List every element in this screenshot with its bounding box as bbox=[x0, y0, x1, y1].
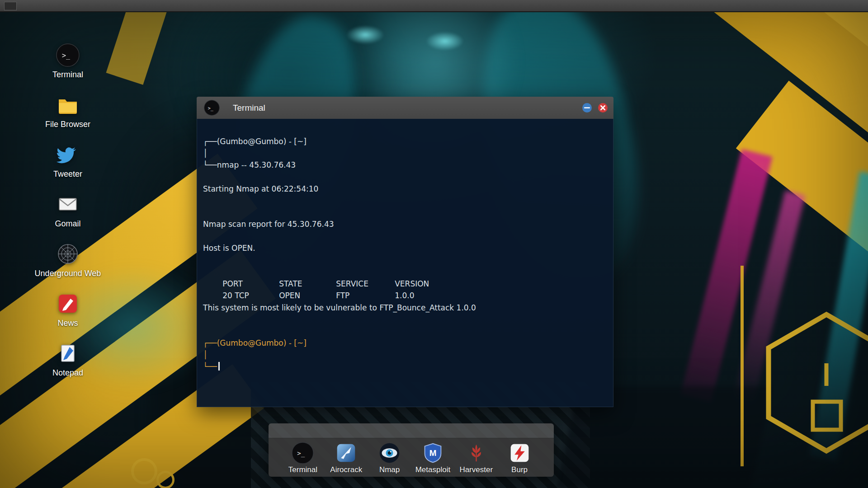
wallpaper-eye-right bbox=[426, 32, 464, 51]
terminal-line: ┌──(Gumbo@Gumbo) - [~] bbox=[203, 136, 604, 147]
terminal-glyph: >_ bbox=[62, 52, 71, 60]
terminal-icon: >_ bbox=[292, 442, 314, 464]
terminal-prompt-line: └── bbox=[203, 361, 604, 372]
table-header-state: STATE bbox=[279, 278, 336, 290]
table-cell-version: 1.0.0 bbox=[395, 290, 414, 301]
port-table-header: PORTSTATESERVICEVERSION bbox=[203, 266, 604, 278]
wallpaper-yellow-line bbox=[741, 266, 744, 466]
news-icon bbox=[56, 292, 80, 315]
close-icon bbox=[598, 103, 608, 113]
notepad-icon bbox=[56, 342, 80, 365]
desktop-icon-label: News bbox=[57, 318, 78, 328]
terminal-window: >_ Terminal ┌──(Gumbo@Gumbo) - [~] │ └──… bbox=[197, 97, 613, 407]
minimize-icon bbox=[582, 103, 592, 113]
table-header-port: PORT bbox=[222, 278, 279, 290]
top-bar bbox=[0, 0, 868, 12]
wallpaper-yellow-ring bbox=[131, 458, 157, 484]
desktop-icon-underground-web[interactable]: Underground Web bbox=[34, 242, 102, 278]
dock-icon-row: >_ Terminal bbox=[269, 438, 554, 477]
desktop-icon-label: Notepad bbox=[52, 368, 83, 378]
terminal-glyph: >_ bbox=[208, 106, 214, 111]
terminal-line: Nmap scan report for 45.30.76.43 bbox=[203, 218, 604, 230]
dock-item-label: Nmap bbox=[379, 465, 400, 474]
terminal-line: This system is most likely to be vulnera… bbox=[203, 302, 604, 314]
dock-item-label: Harvester bbox=[459, 465, 493, 474]
desktop-icon-tweeter[interactable]: Tweeter bbox=[34, 143, 102, 179]
eye-icon bbox=[378, 442, 401, 464]
dock-item-airocrack[interactable]: Airocrack bbox=[325, 442, 368, 477]
terminal-line: Starting Nmap at 06:22:54:10 bbox=[203, 183, 604, 195]
dock-item-harvester[interactable]: Harvester bbox=[454, 442, 498, 477]
window-title: Terminal bbox=[233, 97, 265, 119]
wallpaper-yellow-shape bbox=[106, 0, 175, 85]
minimize-button[interactable] bbox=[582, 103, 592, 113]
wallpaper-yellow-ring bbox=[156, 471, 175, 488]
table-header-version: VERSION bbox=[395, 278, 429, 290]
desktop-icon-label: Tweeter bbox=[53, 169, 82, 179]
terminal-icon: >_ bbox=[204, 100, 220, 116]
text-cursor bbox=[218, 362, 220, 371]
dock-item-nmap[interactable]: Nmap bbox=[368, 442, 411, 477]
desktop-icon-label: Terminal bbox=[52, 70, 83, 80]
dock-item-metasploit[interactable]: M Metasploit bbox=[411, 442, 454, 477]
topbar-menu-button[interactable] bbox=[4, 2, 17, 10]
close-button[interactable] bbox=[598, 103, 608, 113]
terminal-glyph: >_ bbox=[297, 450, 306, 457]
desktop-icon-label: Underground Web bbox=[35, 268, 101, 278]
terminal-line: Host is OPEN. bbox=[203, 242, 604, 254]
terminal-line: ┌──(Gumbo@Gumbo) - [~] bbox=[203, 337, 604, 349]
metasploit-shield-icon: M bbox=[422, 442, 444, 464]
lightning-icon bbox=[509, 442, 531, 464]
metasploit-letter: M bbox=[429, 448, 437, 458]
dock-item-label: Burp bbox=[511, 465, 528, 474]
wallpaper-eye-left bbox=[346, 25, 384, 44]
web-globe-icon bbox=[56, 242, 80, 266]
table-cell-port: 20 TCP bbox=[222, 290, 279, 301]
terminal-line: │ bbox=[203, 147, 604, 159]
dock-handle-strip[interactable] bbox=[269, 423, 554, 438]
desktop-icon-label: File Browser bbox=[45, 119, 90, 129]
terminal-output[interactable]: ┌──(Gumbo@Gumbo) - [~] │ └──nmap -- 45.3… bbox=[197, 119, 613, 407]
dock: >_ Terminal bbox=[269, 423, 554, 477]
desktop-icon-label: Gomail bbox=[55, 219, 80, 229]
terminal-line: │ bbox=[203, 349, 604, 361]
desktop-icon-file-browser[interactable]: File Browser bbox=[34, 93, 102, 129]
desktop-icon-column: >_ Terminal File Browser Tweeter bbox=[34, 43, 102, 391]
prompt-text: └── bbox=[203, 362, 217, 371]
table-cell-service: FTP bbox=[336, 290, 395, 301]
folder-icon bbox=[56, 93, 80, 117]
bird-icon bbox=[56, 143, 80, 166]
terminal-icon: >_ bbox=[56, 43, 80, 67]
wallpaper-hexagon bbox=[750, 309, 868, 458]
dock-item-terminal[interactable]: >_ Terminal bbox=[281, 442, 325, 477]
dock-item-label: Airocrack bbox=[330, 465, 362, 474]
desktop-icon-terminal[interactable]: >_ Terminal bbox=[34, 43, 102, 80]
desktop-icon-notepad[interactable]: Notepad bbox=[34, 342, 102, 378]
wheat-icon bbox=[465, 442, 487, 464]
table-cell-state: OPEN bbox=[279, 290, 336, 301]
dock-item-burp[interactable]: Burp bbox=[498, 442, 541, 477]
desktop-icon-gomail[interactable]: Gomail bbox=[34, 192, 102, 229]
envelope-icon bbox=[56, 192, 80, 216]
dock-item-label: Metasploit bbox=[415, 465, 450, 474]
desktop-icon-news[interactable]: News bbox=[34, 292, 102, 328]
dock-item-label: Terminal bbox=[288, 465, 317, 474]
window-titlebar[interactable]: >_ Terminal bbox=[197, 97, 613, 119]
desktop: >_ Terminal File Browser Tweeter bbox=[0, 0, 868, 488]
table-header-service: SERVICE bbox=[336, 278, 395, 290]
terminal-line: └──nmap -- 45.30.76.43 bbox=[203, 159, 604, 171]
airocrack-icon bbox=[335, 442, 357, 464]
